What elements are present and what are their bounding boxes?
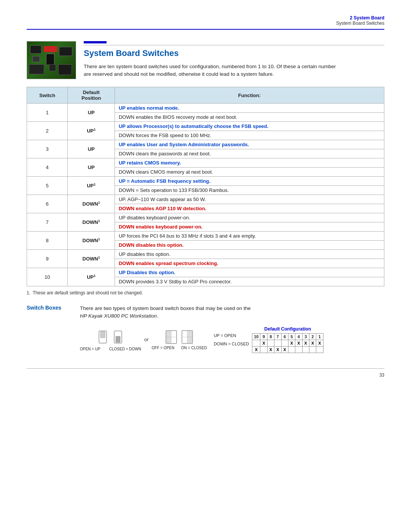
function-text: UP enables User and System Administrator… <box>115 140 384 149</box>
function-text: UP forces the PCI 64 bus to 33 MHz if sl… <box>115 232 384 241</box>
config-col-header: 5 <box>288 333 295 340</box>
footnote-text: These are default settings and should no… <box>33 290 143 296</box>
config-cell <box>302 346 309 353</box>
closed-down-label: CLOSED = DOWN <box>109 347 141 351</box>
config-col-header: 6 <box>281 333 288 340</box>
config-col-header: 10 <box>252 333 260 340</box>
table-row: 3UPUP enables User and System Administra… <box>27 140 384 149</box>
config-table: 10987654321XXXXXXXXXX <box>252 333 323 353</box>
function-text: DOWN clears the passwords at next boot. <box>115 149 384 158</box>
pcb-chip-3 <box>29 64 44 74</box>
pcb-image <box>27 41 76 79</box>
config-cell <box>260 346 267 353</box>
default-position: UP <box>68 140 115 158</box>
switch-boxes-content: There are two types of system board swit… <box>80 305 384 353</box>
header-rule <box>27 29 384 30</box>
default-position: UP <box>68 158 115 177</box>
config-cell: X <box>274 346 281 353</box>
table-row: 6DOWN1UP. AGP~110 W cards appear as 50 W… <box>27 195 384 204</box>
default-position: UP1 <box>68 268 115 286</box>
config-cell: X <box>316 340 323 346</box>
page-header: 2 System Board System Board Switches <box>27 15 384 26</box>
config-cell: X <box>267 346 274 353</box>
switch-number: 1 <box>27 104 68 122</box>
page-number: 33 <box>27 372 384 378</box>
default-position: DOWN1 <box>68 195 115 213</box>
default-config-area: Default Configuration 10987654321XXXXXXX… <box>252 326 323 353</box>
switch-diagrams-row: OPEN = UP CLOSED = DOWN or <box>80 326 384 353</box>
function-text: UP Disables this option. <box>115 268 384 277</box>
function-text: UP disables this option. <box>115 250 384 259</box>
config-with-labels: UP = OPEN DOWN = CLOSED Default Configur… <box>214 326 323 353</box>
default-position: UP1 <box>68 177 115 195</box>
function-text: UP disables keyboard power-on. <box>115 213 384 222</box>
config-cell <box>309 346 316 353</box>
down-closed-config-label: DOWN = CLOSED <box>214 342 249 346</box>
diagram-group-1: OPEN = UP CLOSED = DOWN <box>80 328 141 351</box>
off-switch-icon <box>165 329 177 345</box>
default-position: UP1 <box>68 122 115 140</box>
function-text: DOWN enables spread spectrum clocking. <box>115 259 384 268</box>
pcb-chip-4 <box>46 54 54 65</box>
default-position: DOWN1 <box>68 232 115 250</box>
config-col-header: 1 <box>316 333 323 340</box>
function-text: DOWN provides 3.3 V Stdby to AGP Pro con… <box>115 277 384 286</box>
config-cell: X <box>309 340 316 346</box>
table-row: 8DOWN1UP forces the PCI 64 bus to 33 MHz… <box>27 232 384 241</box>
switch-number: 10 <box>27 268 68 286</box>
pcb-chip-1 <box>30 45 41 54</box>
open-up-label: OPEN = UP <box>80 347 100 351</box>
table-row: 7DOWN1UP disables keyboard power-on. <box>27 213 384 222</box>
down-closed-row: DOWN = CLOSED <box>214 342 249 346</box>
pcb-chip-5 <box>59 47 72 56</box>
config-cell <box>267 340 274 346</box>
config-cell: X <box>252 346 260 353</box>
label-spacer <box>214 339 249 341</box>
function-text: UP allows Processor(s) to automatically … <box>115 122 384 131</box>
switch-number: 7 <box>27 213 68 232</box>
default-position: DOWN1 <box>68 250 115 268</box>
footer-rule <box>27 368 384 369</box>
function-text: DOWN enables keyboard power-on. <box>115 222 384 232</box>
function-text: UP enables normal mode. <box>115 104 384 113</box>
function-text: DOWN forces the FSB speed to 100 MHz. <box>115 131 384 140</box>
config-cell: X <box>302 340 309 346</box>
config-col-header: 8 <box>267 333 274 340</box>
switch-boxes-label: Switch Boxes <box>27 305 68 311</box>
function-text: DOWN clears CMOS memory at next boot. <box>115 168 384 177</box>
config-col-header: 9 <box>260 333 267 340</box>
switch-boxes-section: Switch Boxes There are two types of syst… <box>27 305 384 353</box>
function-text: DOWN disables this option. <box>115 241 384 250</box>
col-switch: Switch <box>27 87 68 104</box>
pcb-chip-6 <box>49 64 56 71</box>
diagram-icons-row-2 <box>165 329 193 345</box>
pcb-chip-2 <box>32 56 40 62</box>
config-cell <box>274 340 281 346</box>
config-cell <box>252 340 260 346</box>
switch-number: 8 <box>27 232 68 250</box>
function-text: DOWN = Sets operation to 133 FSB/300 Ram… <box>115 186 384 195</box>
switch-number: 6 <box>27 195 68 213</box>
switch-number: 9 <box>27 250 68 268</box>
section-heading-area: System Board Switches There are ten syst… <box>27 41 384 79</box>
open-switch-icon <box>97 328 108 346</box>
switch-boxes-desc-text: There are two types of system board swit… <box>80 305 251 311</box>
col-default: DefaultPosition <box>68 87 115 104</box>
switch-number: 2 <box>27 122 68 140</box>
config-col-header: 4 <box>295 333 302 340</box>
config-cell <box>288 346 295 353</box>
table-row: 9DOWN1UP disables this option. <box>27 250 384 259</box>
blue-accent-bar <box>84 41 107 43</box>
diagram-labels-row-1: OPEN = UP CLOSED = DOWN <box>80 347 141 351</box>
switch-boxes-model: HP Kayak XU800 PC Workstation <box>80 313 157 319</box>
off-open-label: OFF = OPEN <box>152 346 175 350</box>
section-heading-right: System Board Switches There are ten syst… <box>84 41 384 78</box>
switch-boxes-description: There are two types of system board swit… <box>80 305 384 320</box>
pcb-chip-7 <box>58 64 72 75</box>
section-main-title: System Board Switches <box>84 48 384 58</box>
table-row: 10UP1UP Disables this option. <box>27 268 384 277</box>
switches-table: Switch DefaultPosition Function: 1UPUP e… <box>27 87 384 286</box>
footnote-number: 1. <box>27 290 30 296</box>
diagram-group-2: OFF = OPEN ON = CLOSED <box>152 329 207 350</box>
default-position: UP <box>68 104 115 122</box>
